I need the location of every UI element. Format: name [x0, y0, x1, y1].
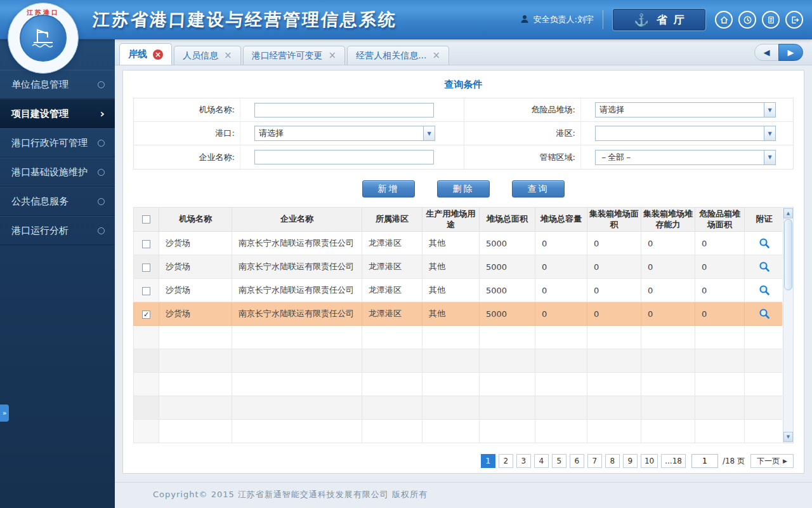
table-cell: 其他 — [422, 302, 480, 326]
next-page-arrow-icon: ▶ — [783, 458, 787, 464]
select-box[interactable]: ▼ — [595, 126, 776, 141]
prev-tab-icon: ◀ — [764, 48, 770, 57]
tab-3[interactable]: 港口经营许可变更× — [243, 46, 346, 65]
table-row[interactable]: 沙货场南京长宁水陆联运有限责任公司龙潭港区其他50000000 — [134, 255, 783, 279]
next-page-button[interactable]: 下一页▶ — [750, 454, 794, 468]
select-all-checkbox[interactable] — [142, 215, 150, 224]
field-label: 港区: — [464, 122, 581, 145]
text-input[interactable] — [254, 150, 434, 164]
select-box[interactable]: 请选择▼ — [595, 102, 776, 117]
tab-close-icon[interactable]: × — [329, 51, 337, 60]
table-cell: 0 — [641, 255, 695, 279]
empty-cell — [134, 373, 159, 396]
tab-label: 岸线 — [128, 48, 147, 60]
page-button-7[interactable]: 7 — [587, 454, 602, 468]
tab-close-icon[interactable]: × — [224, 51, 232, 60]
view-attachment-icon[interactable] — [759, 308, 770, 319]
table-cell: 南京长宁水陆联运有限责任公司 — [232, 232, 362, 255]
tab-1[interactable]: 岸线× — [119, 43, 172, 65]
row-checkbox[interactable] — [142, 287, 150, 295]
view-attachment-icon[interactable] — [759, 284, 770, 296]
empty-cell — [641, 396, 695, 420]
query-row: 港口:请选择▼港区:▼ — [134, 122, 793, 145]
tab-close-icon[interactable]: × — [153, 50, 163, 60]
search-button[interactable]: 查询 — [512, 180, 565, 197]
document-icon[interactable] — [762, 11, 780, 29]
empty-table-row — [134, 349, 783, 373]
empty-cell — [641, 326, 695, 349]
tab-4[interactable]: 经营人相关信息...× — [347, 46, 449, 65]
field-cell: －全部－▼ — [581, 145, 793, 169]
empty-cell — [134, 420, 159, 443]
province-office-button[interactable]: ⚓ 省厅 — [612, 8, 706, 31]
page-total-label: /18 页 — [723, 456, 745, 467]
table-cell: 0 — [587, 279, 641, 302]
tab-2[interactable]: 人员信息× — [174, 46, 241, 65]
view-attachment-icon[interactable] — [759, 261, 770, 272]
table-cell: 龙潭港区 — [362, 255, 422, 279]
empty-cell — [587, 420, 641, 443]
table-row[interactable]: 沙货场南京长宁水陆联运有限责任公司龙潭港区其他50000000 — [134, 279, 783, 302]
select-value: 请选择 — [596, 104, 764, 116]
table-cell: 0 — [535, 232, 587, 255]
sidebar-collapse-handle[interactable]: » — [0, 404, 9, 422]
radio-circle-icon — [98, 198, 105, 205]
content-card: 查询条件 机场名称:危险品堆场:请选择▼港口:请选择▼港区:▼企业名称:管辖区域… — [122, 70, 804, 474]
table-cell: 0 — [587, 255, 641, 279]
sidebar-item-5[interactable]: 公共信息服务 — [0, 187, 115, 216]
row-checkbox[interactable]: ✓ — [142, 311, 150, 319]
page-number-input[interactable] — [691, 454, 718, 468]
page-button-3[interactable]: 3 — [516, 454, 531, 468]
empty-cell — [480, 349, 535, 373]
prev-tab-button[interactable]: ◀ — [754, 44, 779, 61]
field-label: 港口: — [134, 122, 240, 145]
radio-circle-icon — [98, 169, 105, 176]
page-button-5[interactable]: 5 — [552, 454, 566, 468]
scroll-down-icon[interactable]: ▼ — [783, 432, 793, 442]
page-button-6[interactable]: 6 — [570, 454, 584, 468]
select-box[interactable]: 请选择▼ — [254, 126, 435, 141]
row-checkbox[interactable] — [142, 264, 150, 272]
select-box[interactable]: －全部－▼ — [595, 150, 776, 165]
page-button-9[interactable]: 9 — [623, 454, 638, 468]
history-clock-icon[interactable] — [738, 11, 756, 29]
text-input[interactable] — [254, 103, 434, 117]
table-cell: 0 — [587, 232, 641, 255]
sidebar-item-2[interactable]: 项目建设管理› — [0, 99, 115, 128]
home-icon[interactable] — [715, 11, 733, 29]
page-button-8[interactable]: 8 — [605, 454, 620, 468]
page-button-1[interactable]: 1 — [481, 454, 495, 468]
add-button[interactable]: 新增 — [362, 180, 415, 197]
empty-table-row — [134, 396, 783, 420]
sidebar-item-6[interactable]: 港口运行分析 — [0, 216, 115, 245]
page-button-2[interactable]: 2 — [499, 454, 513, 468]
scroll-up-icon[interactable]: ▲ — [783, 208, 793, 218]
logout-icon[interactable] — [785, 11, 803, 29]
view-attachment-icon[interactable] — [759, 237, 770, 249]
table-row[interactable]: 沙货场南京长宁水陆联运有限责任公司龙潭港区其他50000000 — [134, 232, 783, 255]
sidebar-item-4[interactable]: 港口基础设施维护 — [0, 157, 115, 187]
field-label: 机场名称: — [134, 98, 240, 121]
scrollbar-thumb[interactable] — [784, 219, 792, 290]
dropdown-arrow-icon: ▼ — [423, 126, 435, 140]
empty-cell — [422, 349, 480, 373]
empty-cell — [362, 349, 422, 373]
tab-close-icon[interactable]: × — [433, 51, 441, 60]
row-checkbox[interactable] — [142, 240, 150, 248]
query-form: 机场名称:危险品堆场:请选择▼港口:请选择▼港区:▼企业名称:管辖区域:－全部－… — [133, 98, 794, 170]
empty-cell — [641, 349, 695, 373]
row-checkbox-cell: ✓ — [134, 302, 159, 326]
table-scrollbar[interactable]: ▲ ▼ — [783, 207, 794, 443]
table-cell: 沙货场 — [159, 232, 232, 255]
column-header: 堆场总容量 — [535, 208, 587, 232]
tab-label: 经营人相关信息... — [356, 50, 426, 62]
sidebar-item-3[interactable]: 港口行政许可管理 — [0, 128, 115, 157]
next-tab-button[interactable]: ▶ — [778, 44, 803, 61]
table-row[interactable]: ✓沙货场南京长宁水陆联运有限责任公司龙潭港区其他50000000 — [134, 302, 783, 326]
page-button-10[interactable]: 10 — [641, 454, 658, 468]
empty-cell — [641, 373, 695, 396]
page-button-11[interactable]: ...18 — [661, 454, 686, 468]
page-button-4[interactable]: 4 — [534, 454, 549, 468]
sidebar-item-1[interactable]: 单位信息管理 — [0, 70, 115, 99]
delete-button[interactable]: 删除 — [437, 180, 490, 197]
